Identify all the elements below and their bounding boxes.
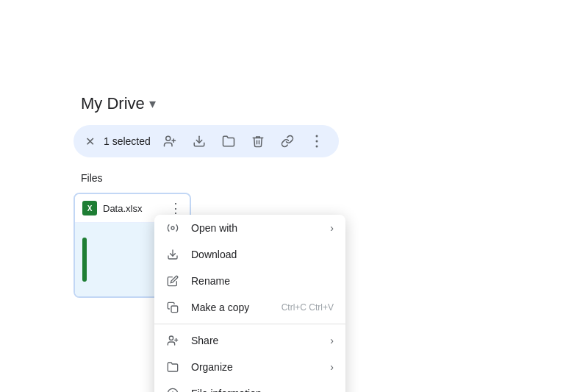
download-toolbar-button[interactable] (189, 131, 209, 152)
page-title: My Drive (81, 94, 145, 113)
file-name: Data.xlsx (103, 203, 142, 214)
menu-item-share[interactable]: Share › (154, 327, 345, 354)
svg-point-7 (171, 227, 174, 229)
menu-item-file-info[interactable]: File information › (154, 380, 345, 392)
organize-icon (166, 361, 179, 373)
main-container: My Drive ▾ ✕ 1 selected (74, 79, 514, 313)
context-menu: Open with › Download (154, 215, 345, 392)
svg-point-6 (315, 146, 318, 148)
file-card-name-row: X Data.xlsx (82, 201, 142, 215)
menu-item-open-with[interactable]: Open with › (154, 215, 345, 241)
menu-item-left: Rename (166, 275, 230, 287)
menu-item-left: Download (166, 249, 237, 260)
download-icon (166, 249, 179, 260)
close-selection-button[interactable]: ✕ (85, 135, 95, 149)
menu-item-download[interactable]: Download (154, 241, 345, 268)
open-with-arrow: › (330, 222, 334, 234)
svg-rect-9 (171, 306, 178, 313)
menu-divider-1 (154, 324, 345, 324)
selection-toolbar: ✕ 1 selected (74, 125, 339, 157)
share-arrow: › (330, 335, 334, 346)
selected-count: 1 selected (104, 135, 151, 147)
chevron-down-icon[interactable]: ▾ (149, 96, 156, 112)
files-area: X Data.xlsx ⋮ (74, 193, 514, 298)
menu-label-file-info: File information (191, 388, 262, 392)
menu-item-left: Make a copy (166, 302, 249, 313)
organize-toolbar-button[interactable] (218, 131, 239, 152)
info-icon (166, 388, 179, 392)
menu-item-organize[interactable]: Organize › (154, 354, 345, 380)
menu-label-make-copy: Make a copy (191, 302, 249, 313)
svg-point-5 (315, 140, 318, 143)
rename-icon (166, 275, 179, 287)
organize-arrow: › (330, 361, 334, 373)
delete-toolbar-button[interactable] (248, 131, 268, 152)
file-info-arrow: › (330, 388, 334, 392)
menu-label-open-with: Open with (191, 222, 237, 234)
files-section-label: Files (74, 172, 514, 184)
more-toolbar-button[interactable] (306, 131, 327, 152)
open-with-icon (166, 222, 179, 234)
svg-point-0 (166, 136, 171, 140)
menu-item-left: File information (166, 388, 262, 392)
svg-point-10 (169, 336, 173, 340)
menu-label-organize: Organize (191, 361, 233, 373)
share-toolbar-button[interactable] (159, 131, 180, 152)
svg-point-4 (315, 135, 318, 138)
file-card-accent (82, 238, 87, 282)
menu-item-rename[interactable]: Rename (154, 268, 345, 294)
menu-label-rename: Rename (191, 275, 230, 287)
link-toolbar-button[interactable] (277, 131, 298, 152)
file-more-button[interactable]: ⋮ (169, 200, 182, 216)
copy-icon (166, 302, 179, 313)
share-icon (166, 335, 179, 346)
excel-icon: X (82, 201, 97, 215)
menu-label-share: Share (191, 335, 218, 346)
menu-item-left: Organize (166, 361, 233, 373)
title-row: My Drive ▾ (74, 94, 514, 113)
make-copy-shortcut: Ctrl+C Ctrl+V (282, 302, 334, 313)
menu-item-left: Open with (166, 222, 237, 234)
menu-label-download: Download (191, 249, 237, 260)
menu-item-left: Share (166, 335, 218, 346)
menu-item-make-copy[interactable]: Make a copy Ctrl+C Ctrl+V (154, 294, 345, 321)
